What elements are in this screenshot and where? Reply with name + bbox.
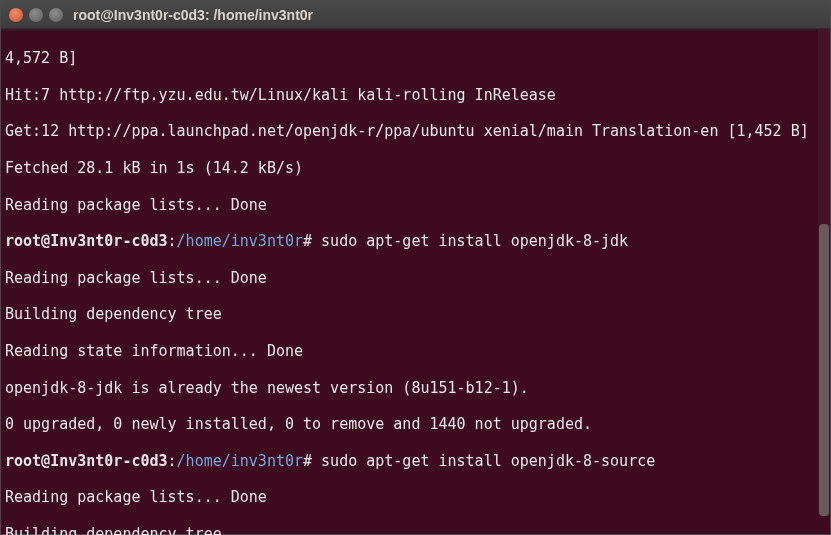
- prompt-line: root@Inv3nt0r-c0d3:/home/inv3nt0r# sudo …: [5, 232, 826, 250]
- output-line: Building dependency tree: [5, 305, 826, 323]
- prompt-sep: :: [168, 232, 177, 250]
- scrollbar[interactable]: [818, 29, 830, 516]
- terminal-window: root@Inv3nt0r-c0d3: /home/inv3nt0r 4,572…: [0, 0, 831, 535]
- output-line: Get:12 http://ppa.launchpad.net/openjdk-…: [5, 122, 826, 140]
- window-title: root@Inv3nt0r-c0d3: /home/inv3nt0r: [73, 7, 313, 23]
- prompt-end: #: [303, 232, 312, 250]
- prompt-user-host: root@Inv3nt0r-c0d3: [5, 232, 168, 250]
- output-line: openjdk-8-jdk is already the newest vers…: [5, 379, 826, 397]
- terminal-body[interactable]: 4,572 B] Hit:7 http://ftp.yzu.edu.tw/Lin…: [1, 29, 830, 534]
- output-line: Reading package lists... Done: [5, 196, 826, 214]
- output-line: Fetched 28.1 kB in 1s (14.2 kB/s): [5, 159, 826, 177]
- close-icon[interactable]: [9, 8, 23, 22]
- minimize-icon[interactable]: [29, 8, 43, 22]
- prompt-path: /home/inv3nt0r: [177, 452, 303, 470]
- output-line: Hit:7 http://ftp.yzu.edu.tw/Linux/kali k…: [5, 86, 826, 104]
- prompt-line: root@Inv3nt0r-c0d3:/home/inv3nt0r# sudo …: [5, 452, 826, 470]
- window-controls: [9, 8, 63, 22]
- scrollbar-thumb[interactable]: [819, 224, 829, 516]
- prompt-path: /home/inv3nt0r: [177, 232, 303, 250]
- command-text: sudo apt-get install openjdk-8-source: [321, 452, 655, 470]
- titlebar[interactable]: root@Inv3nt0r-c0d3: /home/inv3nt0r: [1, 1, 830, 29]
- output-line: 4,572 B]: [5, 49, 826, 67]
- prompt-user-host: root@Inv3nt0r-c0d3: [5, 452, 168, 470]
- output-line: Reading state information... Done: [5, 342, 826, 360]
- output-line: Reading package lists... Done: [5, 269, 826, 287]
- command-text: sudo apt-get install openjdk-8-jdk: [321, 232, 628, 250]
- prompt-end: #: [303, 452, 312, 470]
- prompt-sep: :: [168, 452, 177, 470]
- output-line: Building dependency tree: [5, 525, 826, 535]
- output-line: Reading package lists... Done: [5, 488, 826, 506]
- output-line: 0 upgraded, 0 newly installed, 0 to remo…: [5, 415, 826, 433]
- maximize-icon[interactable]: [49, 8, 63, 22]
